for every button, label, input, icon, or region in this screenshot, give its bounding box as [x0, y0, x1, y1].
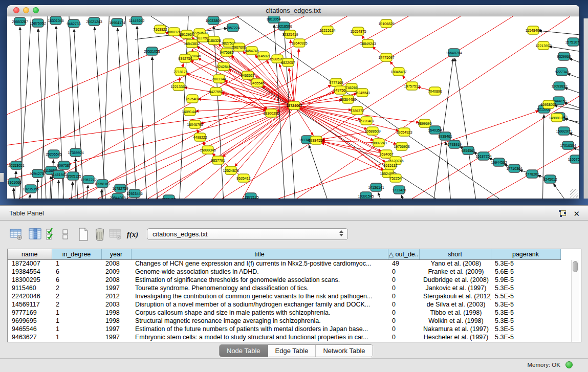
graph-node[interactable]: 18045497 — [390, 68, 406, 76]
graph-node[interactable]: 14988103 — [549, 114, 564, 122]
scrollbar-thumb[interactable] — [573, 261, 578, 272]
graph-node[interactable]: 15876062 — [30, 19, 46, 27]
show-column-button[interactable] — [28, 227, 42, 242]
graph-node[interactable]: 19218506 — [276, 22, 292, 30]
graph-node[interactable]: 16099348 — [200, 146, 215, 154]
graph-node[interactable]: 9854561 — [461, 146, 475, 155]
graph-node[interactable]: 14136141 — [368, 183, 384, 191]
graph-node[interactable]: 752254 — [389, 174, 401, 182]
graph-node[interactable]: 9066468 — [162, 195, 176, 199]
graph-node[interactable]: 18807249 — [371, 139, 386, 147]
graph-node[interactable]: 2803144 — [212, 75, 226, 83]
graph-node[interactable]: 14091447 — [182, 107, 198, 116]
graph-node[interactable]: 9462733 — [67, 19, 80, 28]
graph-node[interactable]: 20544015 — [110, 193, 125, 199]
graph-node[interactable]: 9146821 — [256, 52, 270, 60]
table-row[interactable]: 977716911998Corpus callosum shape and si… — [8, 309, 560, 317]
column-header-out_de[interactable]: △ out_de... — [388, 249, 419, 259]
graph-node[interactable]: 9475685 — [220, 48, 233, 56]
window-titlebar[interactable]: citations_edges.txt — [7, 5, 579, 16]
graph-node[interactable]: 9329966 — [557, 52, 571, 60]
graph-node[interactable]: 12942757 — [30, 169, 46, 178]
background-window-sliver-left[interactable] — [0, 173, 4, 182]
column-header-short[interactable]: short — [419, 249, 491, 259]
graph-node[interactable]: 10688609 — [364, 127, 380, 135]
graph-node[interactable]: 6778201 — [525, 170, 539, 178]
graph-node[interactable]: 4498222 — [193, 133, 207, 141]
graph-node[interactable]: 36245541 — [354, 89, 370, 97]
select-columns-button[interactable] — [45, 227, 56, 242]
graph-node[interactable]: 20553287 — [12, 17, 28, 26]
graph-node[interactable]: 15938071 — [540, 100, 556, 108]
graph-node[interactable]: 12524876 — [223, 166, 238, 174]
graph-node[interactable]: 11451943 — [51, 170, 67, 179]
column-header-name[interactable]: name — [8, 249, 52, 259]
graph-node[interactable]: 9938461 — [438, 132, 452, 140]
graph-node[interactable]: 16033809 — [205, 16, 221, 25]
graph-node[interactable]: 11449262 — [129, 16, 145, 25]
graph-node[interactable]: 15720407 — [358, 117, 374, 125]
row-height-button[interactable] — [61, 227, 70, 242]
graph-node[interactable]: 9161066 — [7, 178, 21, 186]
graph-node[interactable]: 10958167 — [94, 180, 110, 188]
graph-node[interactable]: 11067531 — [568, 155, 579, 163]
table-row[interactable]: 946554611997Estimation of the future num… — [8, 325, 560, 333]
graph-node[interactable]: 2718176 — [173, 68, 187, 76]
column-header-year[interactable]: year — [101, 249, 131, 259]
graph-node[interactable]: 16046798 — [187, 120, 203, 128]
table-row[interactable]: 1872400712008Changes of HCN gene express… — [8, 259, 560, 268]
function-builder-button[interactable]: f(x) — [125, 227, 140, 242]
tab-node-table[interactable]: Node Table — [220, 345, 268, 357]
graph-node[interactable]: 18724007 — [286, 101, 302, 110]
graph-node[interactable]: 17359924 — [68, 148, 83, 157]
memory-status-indicator[interactable] — [565, 361, 573, 368]
attribute-table[interactable]: namein_degreeyeartitle△ out_de...shortpa… — [8, 249, 561, 341]
graph-node[interactable]: 12093832 — [551, 82, 567, 90]
close-window-button[interactable] — [13, 7, 19, 13]
tab-edge-table[interactable]: Edge Table — [268, 345, 316, 357]
graph-node[interactable]: 1733426 — [392, 186, 406, 194]
graph-node[interactable]: 11548408 — [526, 26, 541, 34]
graph-node[interactable]: 17016504 — [560, 141, 576, 149]
graph-node[interactable]: 16648784 — [446, 49, 462, 57]
graph-node[interactable]: 6793919 — [447, 140, 461, 148]
graph-node[interactable]: 6822057 — [281, 58, 295, 67]
graph-node[interactable]: 16543812 — [184, 39, 200, 48]
graph-node[interactable]: 18640935 — [291, 39, 307, 47]
graph-node[interactable]: 8813054 — [267, 16, 280, 23]
graph-node[interactable]: 15992971 — [556, 127, 572, 135]
graph-node[interactable]: 16187254 — [475, 152, 491, 160]
graph-node[interactable]: 19106829 — [378, 19, 394, 28]
graph-node[interactable]: 16782759 — [112, 184, 128, 192]
table-row[interactable]: 1830029562008Estimation of significance … — [8, 276, 560, 284]
graph-node[interactable]: 12213977 — [535, 41, 551, 50]
column-header-in_degree[interactable]: in_degree — [52, 249, 101, 259]
graph-node[interactable]: 7163822 — [153, 25, 167, 33]
graph-node[interactable]: 13505135 — [65, 172, 81, 180]
graph-node[interactable]: 7857224 — [226, 24, 239, 32]
graph-node[interactable]: 19757513 — [404, 82, 420, 90]
tab-network-table[interactable]: Network Table — [316, 345, 372, 357]
minimize-window-button[interactable] — [23, 7, 29, 13]
table-row[interactable]: 1938455462009Genome-wide association stu… — [8, 268, 560, 276]
graph-node[interactable]: 2967608 — [232, 43, 246, 51]
graph-node[interactable]: 9463627 — [241, 71, 254, 79]
column-header-title[interactable]: title — [131, 249, 388, 259]
graph-node[interactable]: 19384554 — [308, 136, 324, 144]
graph-node[interactable]: 8626412 — [236, 174, 250, 182]
graph-node[interactable]: 10391545 — [358, 192, 374, 199]
network-graph[interactable]: 2055328715876062183010469462733200212431… — [7, 16, 579, 199]
delete-table-button-disabled[interactable] — [108, 227, 123, 242]
close-panel-icon[interactable]: ✕ — [573, 210, 580, 217]
table-row[interactable]: 946362711997Embryonic stem cells: a mode… — [8, 333, 560, 341]
graph-node[interactable]: 20021243 — [86, 17, 102, 26]
graph-node[interactable]: 18301046 — [48, 16, 63, 25]
float-panel-icon[interactable] — [559, 210, 566, 217]
graph-node[interactable]: 9245012 — [543, 175, 557, 183]
graph-node[interactable]: 7040896 — [428, 87, 442, 95]
graph-node[interactable]: 19756928 — [394, 142, 409, 150]
graph-node[interactable]: 8860128 — [167, 28, 181, 36]
graph-node[interactable]: 10235365 — [23, 185, 38, 193]
resize-grip-icon[interactable] — [570, 189, 578, 198]
table-row[interactable]: 911546021997Tourette syndrome. Phenomeno… — [8, 284, 560, 292]
